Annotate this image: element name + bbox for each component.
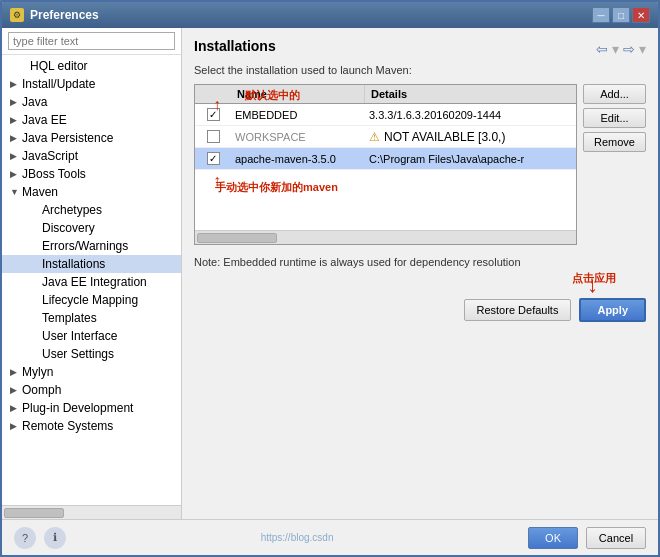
nav-dropdown-icon[interactable]: ▾ — [639, 41, 646, 57]
sidebar-item-java-ee-integration[interactable]: Java EE Integration — [2, 273, 181, 291]
note-text: Note: Embedded runtime is always used fo… — [194, 255, 646, 270]
sidebar-item-java[interactable]: ▶ Java — [2, 93, 181, 111]
sidebar-item-java-persistence[interactable]: ▶ Java Persistence — [2, 129, 181, 147]
scrollbar-thumb — [4, 508, 64, 518]
row-checkbox-apache-maven[interactable]: ✓ — [195, 152, 231, 165]
sidebar-item-archetypes[interactable]: Archetypes — [2, 201, 181, 219]
row-name-workspace: WORKSPACE — [231, 131, 365, 143]
window-controls: ─ □ ✕ — [592, 7, 650, 23]
apply-button[interactable]: Apply — [579, 298, 646, 322]
sidebar-item-label: Java EE Integration — [42, 275, 147, 289]
sidebar-item-label: Maven — [22, 185, 58, 199]
sidebar-item-install-update[interactable]: ▶ Install/Update — [2, 75, 181, 93]
sidebar-item-label: Discovery — [42, 221, 95, 235]
table-row-workspace[interactable]: WORKSPACE ⚠ NOT AVAILABLE [3.0,) — [195, 126, 576, 148]
sidebar-item-label: Oomph — [22, 383, 61, 397]
expand-icon: ▶ — [10, 367, 20, 377]
row-checkbox-workspace[interactable] — [195, 130, 231, 143]
table-row-apache-maven[interactable]: ✓ apache-maven-3.5.0 C:\Program Files\Ja… — [195, 148, 576, 170]
checkbox-apache-maven[interactable]: ✓ — [207, 152, 220, 165]
expand-icon: ▶ — [10, 79, 20, 89]
info-icon[interactable]: ℹ — [44, 527, 66, 549]
warning-icon: ⚠ — [369, 130, 380, 144]
panel-header: Installations ⇦ ▾ ⇨ ▾ — [194, 38, 646, 60]
back-arrow-icon[interactable]: ⇦ — [596, 41, 608, 57]
nav-arrows: ⇦ ▾ ⇨ ▾ — [596, 41, 646, 57]
window-title: Preferences — [30, 8, 99, 22]
sidebar-item-oomph[interactable]: ▶ Oomph — [2, 381, 181, 399]
table-row-embedded[interactable]: ✓ EMBEDDED 3.3.3/1.6.3.20160209-1444 默认选… — [195, 104, 576, 126]
installations-table: Name Details ✓ EMBEDDED 3.3.3/1.6.3.2016… — [194, 84, 577, 245]
sidebar-item-remote-systems[interactable]: ▶ Remote Systems — [2, 417, 181, 435]
bottom-action-area: Restore Defaults Apply — [194, 298, 646, 322]
table-scrollbar[interactable] — [195, 230, 576, 244]
ok-cancel-buttons: OK Cancel — [528, 527, 646, 549]
annotation-default: 默认选中的 — [245, 88, 300, 103]
remove-button[interactable]: Remove — [583, 132, 646, 152]
sidebar-item-javascript[interactable]: ▶ JavaScript — [2, 147, 181, 165]
sidebar-item-mylyn[interactable]: ▶ Mylyn — [2, 363, 181, 381]
sidebar-item-label: Lifecycle Mapping — [42, 293, 138, 307]
help-icon[interactable]: ? — [14, 527, 36, 549]
edit-button[interactable]: Edit... — [583, 108, 646, 128]
annotation-arrow-2: ↑ — [213, 172, 221, 190]
annotation-manual: 手动选中你新加的maven — [215, 180, 338, 195]
sidebar-item-label: Remote Systems — [22, 419, 113, 433]
expand-icon: ▶ — [10, 169, 20, 179]
sidebar-item-plugin-dev[interactable]: ▶ Plug-in Development — [2, 399, 181, 417]
filter-box — [2, 28, 181, 55]
forward-arrow-icon[interactable]: ⇨ — [623, 41, 635, 57]
annotation-arrow-1: ↑ — [213, 96, 221, 114]
sidebar-item-label: Errors/Warnings — [42, 239, 128, 253]
expand-icon: ▶ — [10, 97, 20, 107]
ok-button[interactable]: OK — [528, 527, 578, 549]
filter-input[interactable] — [8, 32, 175, 50]
sidebar-item-label: HQL editor — [30, 59, 88, 73]
minimize-button[interactable]: ─ — [592, 7, 610, 23]
sidebar-item-label: User Interface — [42, 329, 117, 343]
checkbox-workspace[interactable] — [207, 130, 220, 143]
sidebar-item-maven[interactable]: ▼ Maven — [2, 183, 181, 201]
sidebar-item-java-ee[interactable]: ▶ Java EE — [2, 111, 181, 129]
expand-icon: ▶ — [10, 421, 20, 431]
sidebar-item-label: JBoss Tools — [22, 167, 86, 181]
sidebar-item-installations[interactable]: Installations — [2, 255, 181, 273]
sidebar-item-hql-editor[interactable]: HQL editor — [2, 57, 181, 75]
table-empty-area: 手动选中你新加的maven ↑ — [195, 170, 576, 230]
sidebar-item-errors-warnings[interactable]: Errors/Warnings — [2, 237, 181, 255]
separator-icon: ▾ — [612, 41, 619, 57]
sidebar-item-label: Plug-in Development — [22, 401, 133, 415]
sidebar-item-label: Installations — [42, 257, 105, 271]
close-button[interactable]: ✕ — [632, 7, 650, 23]
workspace-details-text: NOT AVAILABLE [3.0,) — [384, 130, 505, 144]
add-button[interactable]: Add... — [583, 84, 646, 104]
maximize-button[interactable]: □ — [612, 7, 630, 23]
sidebar-item-label: JavaScript — [22, 149, 78, 163]
sidebar-item-jboss-tools[interactable]: ▶ JBoss Tools — [2, 165, 181, 183]
sidebar: HQL editor ▶ Install/Update ▶ Java ▶ Jav… — [2, 28, 182, 519]
row-details-workspace: ⚠ NOT AVAILABLE [3.0,) — [365, 130, 576, 144]
sidebar-item-user-settings[interactable]: User Settings — [2, 345, 181, 363]
cancel-button[interactable]: Cancel — [586, 527, 646, 549]
expand-icon: ▶ — [10, 385, 20, 395]
sidebar-scrollbar[interactable] — [2, 505, 181, 519]
preference-tree: HQL editor ▶ Install/Update ▶ Java ▶ Jav… — [2, 55, 181, 505]
expand-icon: ▼ — [10, 187, 20, 197]
expand-icon: ▶ — [10, 403, 20, 413]
sidebar-item-label: Install/Update — [22, 77, 95, 91]
sidebar-item-discovery[interactable]: Discovery — [2, 219, 181, 237]
sidebar-item-label: Archetypes — [42, 203, 102, 217]
sidebar-item-label: Mylyn — [22, 365, 53, 379]
details-header: Details — [365, 85, 576, 103]
sidebar-item-lifecycle-mapping[interactable]: Lifecycle Mapping — [2, 291, 181, 309]
sidebar-item-label: Templates — [42, 311, 97, 325]
restore-defaults-button[interactable]: Restore Defaults — [464, 299, 572, 321]
sidebar-item-label: Java EE — [22, 113, 67, 127]
sidebar-item-user-interface[interactable]: User Interface — [2, 327, 181, 345]
sidebar-item-templates[interactable]: Templates — [2, 309, 181, 327]
installations-panel: Installations ⇦ ▾ ⇨ ▾ Select the install… — [182, 28, 658, 519]
expand-icon: ▶ — [10, 151, 20, 161]
row-details-embedded: 3.3.3/1.6.3.20160209-1444 — [365, 109, 576, 121]
watermark-text: https://blog.csdn — [261, 532, 334, 543]
footer: ? ℹ https://blog.csdn OK Cancel — [2, 519, 658, 555]
